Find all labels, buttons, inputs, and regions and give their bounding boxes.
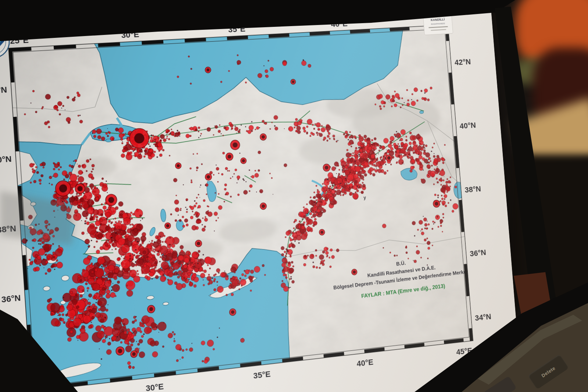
quake-dot — [364, 151, 366, 153]
quake-dot — [423, 97, 426, 100]
quake-dot — [374, 138, 376, 140]
quake-dot — [286, 248, 287, 250]
quake-dot — [264, 274, 266, 276]
quake-dot — [85, 279, 87, 281]
quake-dot — [170, 213, 172, 215]
quake-dot — [91, 283, 92, 285]
tick-bottom-30e: 30°E — [146, 381, 164, 392]
quake-dot — [307, 228, 310, 231]
quake-dot — [317, 134, 318, 136]
quake-dot — [40, 174, 43, 177]
quake-dot — [68, 121, 70, 124]
quake-dot — [292, 235, 294, 236]
quake-dot — [420, 90, 422, 92]
quake-dot — [201, 163, 202, 165]
quake-dot — [32, 170, 35, 173]
quake-dot — [180, 208, 181, 210]
quake-dot — [158, 150, 160, 152]
quake-dot — [295, 130, 298, 132]
quake-dot — [218, 193, 219, 195]
quake-dot — [53, 256, 55, 259]
quake-dot — [326, 140, 328, 142]
quake-dot — [438, 226, 439, 228]
quake-dot — [85, 282, 88, 285]
quake-dot — [354, 154, 356, 157]
quake-dot — [434, 168, 435, 170]
quake-dot — [255, 129, 256, 130]
tick-right-42n: 42°N — [454, 57, 471, 67]
quake-dot — [380, 156, 382, 158]
quake-dot — [248, 270, 250, 271]
quake-dot — [126, 142, 129, 144]
quake-dot — [168, 129, 170, 132]
quake-dot — [105, 132, 108, 135]
quake-dot — [106, 240, 108, 242]
quake-dot — [89, 309, 92, 312]
quake-dot — [42, 242, 43, 244]
quake-dot — [135, 319, 137, 322]
quake-dot — [407, 99, 409, 101]
quake-dot — [182, 265, 183, 267]
quake-dot — [394, 133, 396, 136]
quake-dot — [281, 253, 284, 256]
quake-dot — [423, 144, 425, 146]
quake-dot — [402, 104, 404, 106]
quake-dot — [101, 203, 103, 205]
quake-dot — [367, 138, 369, 140]
quake-dot — [290, 256, 291, 257]
quake-dot — [413, 140, 416, 143]
quake-dot — [203, 199, 205, 202]
tick-top-30e: 30°E — [121, 29, 139, 40]
quake-dot — [30, 182, 32, 183]
quake-dot — [198, 126, 200, 129]
quake-dot — [231, 128, 232, 129]
quake-dot — [323, 209, 325, 211]
quake-dot — [358, 134, 361, 137]
quake-dot — [321, 125, 323, 126]
quake-dot — [373, 149, 375, 151]
quake-dot — [434, 222, 435, 223]
quake-dot — [222, 152, 225, 154]
quake-dot — [230, 196, 232, 197]
quake-dot — [81, 232, 84, 235]
quake-dot — [245, 82, 247, 83]
quake-dot — [331, 193, 333, 195]
quake-dot — [319, 267, 321, 269]
quake-dot — [285, 255, 287, 257]
quake-dot — [218, 130, 221, 133]
quake-dot — [302, 127, 305, 130]
quake-dot — [238, 130, 240, 133]
quake-dot — [103, 248, 105, 250]
quake-dot — [306, 203, 308, 205]
quake-dot — [326, 128, 327, 130]
quake-dot — [162, 346, 164, 348]
quake-dot — [431, 165, 433, 167]
quake-dot — [88, 245, 90, 247]
quake-dot — [323, 188, 325, 190]
quake-dot — [169, 133, 170, 135]
quake-dot — [325, 178, 327, 180]
quake-dot — [139, 322, 142, 324]
quake-dot — [118, 220, 120, 222]
quake-dot — [309, 135, 311, 137]
quake-dot — [171, 268, 173, 270]
quake-dot — [151, 152, 153, 153]
quake-dot — [283, 258, 285, 259]
quake-dot — [220, 81, 222, 83]
quake-dot — [190, 83, 192, 85]
quake-dot — [152, 140, 154, 142]
quake-dot — [218, 217, 219, 218]
quake-dot — [121, 214, 122, 215]
quake-dot — [100, 223, 102, 225]
quake-dot — [198, 131, 200, 132]
map-frame-interior: y B.Ü. Kandilli Rasathanesi ve D.A.E. Bö… — [8, 25, 476, 391]
quake-dot — [409, 169, 412, 172]
quake-dot — [35, 224, 37, 226]
quake-dot — [292, 232, 294, 235]
quake-dot — [215, 220, 217, 221]
quake-dot — [265, 75, 269, 78]
quake-dot — [331, 200, 333, 202]
quake-dot — [54, 105, 58, 108]
quake-dot — [190, 264, 191, 266]
quake-dot — [154, 251, 155, 253]
